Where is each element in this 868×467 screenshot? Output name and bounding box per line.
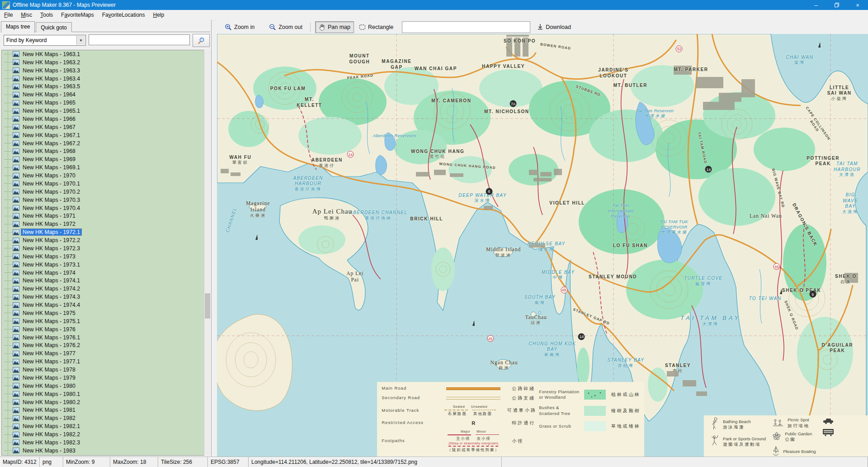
tree-item[interactable]: New HK Maps - 1966 — [2, 115, 210, 123]
rectangle-button[interactable]: Rectangle — [356, 22, 396, 32]
tree-item[interactable]: New HK Maps - 1976 — [2, 325, 210, 334]
menu-file[interactable]: File — [0, 10, 17, 19]
tree-item[interactable]: New HK Maps - 1980.1 — [2, 390, 210, 398]
tree-item-label: New HK Maps - 1970.2 — [21, 189, 81, 195]
app-icon — [2, 1, 10, 9]
map-thumbnail-icon — [13, 270, 19, 276]
tree-item[interactable]: New HK Maps - 1975 — [2, 309, 210, 317]
tree-item[interactable]: New HK Maps - 1974 — [2, 269, 210, 277]
menu-help[interactable]: Help — [149, 10, 169, 19]
legend-veg-row: Forestry Plantation or Woodland植林或山林 — [539, 389, 640, 400]
zoom-in-button[interactable]: Zoom in — [222, 22, 258, 33]
tree-connector — [5, 362, 12, 362]
tree-item[interactable]: New HK Maps - 1967.2 — [2, 139, 210, 148]
tree-item[interactable]: New HK Maps - 1970.1 — [2, 180, 210, 188]
tree-item[interactable]: New HK Maps - 1963.2 — [2, 58, 210, 67]
map-thumbnail-icon — [13, 148, 19, 154]
tree-item[interactable]: New HK Maps - 1964 — [2, 91, 210, 99]
tree-item[interactable]: New HK Maps - 1963.1 — [2, 50, 210, 58]
search-button[interactable] — [193, 34, 210, 47]
tree-item[interactable]: New HK Maps - 1963.5 — [2, 83, 210, 91]
status-bar: MapsID: 4312pngMinZoom: 9MaxZoom: 18Tile… — [0, 457, 868, 467]
tree-item-label: New HK Maps - 1973.1 — [21, 262, 81, 268]
tree-item[interactable]: New HK Maps - 1977 — [2, 349, 210, 357]
map-thumbnail-icon — [13, 286, 19, 292]
tree-item[interactable]: New HK Maps - 1976.1 — [2, 334, 210, 342]
tree-item[interactable]: New HK Maps - 1982.3 — [2, 438, 210, 447]
tau-chau-island — [531, 312, 536, 317]
tree-item[interactable]: New HK Maps - 1965.1 — [2, 107, 210, 115]
tree-item[interactable]: New HK Maps - 1980.2 — [2, 398, 210, 406]
rectangle-label: Rectangle — [368, 24, 393, 30]
menu-favoritemaps[interactable]: FavoriteMaps — [57, 10, 98, 19]
tree-item[interactable]: New HK Maps - 1980 — [2, 382, 210, 390]
tree-item-label: New HK Maps - 1972 — [21, 221, 77, 227]
tree-item[interactable]: New HK Maps - 1973 — [2, 253, 210, 261]
tree-item-label: New HK Maps - 1974.1 — [21, 277, 81, 284]
map-thumbnail-icon — [13, 253, 19, 259]
tab-quick-goto[interactable]: Quick goto — [36, 22, 71, 32]
download-button[interactable]: Download — [534, 22, 574, 32]
tree-item[interactable]: New HK Maps - 1967.1 — [2, 131, 210, 139]
tree-item[interactable]: New HK Maps - 1982 — [2, 414, 210, 422]
tree-item[interactable]: New HK Maps - 1970 — [2, 172, 210, 180]
restore-button[interactable] — [826, 0, 847, 10]
tree-item[interactable]: New HK Maps - 1970.4 — [2, 204, 210, 212]
map-thumbnail-icon — [13, 213, 19, 219]
tree-item[interactable]: New HK Maps - 1967 — [2, 123, 210, 131]
tree-item[interactable]: New HK Maps - 1972.2 — [2, 236, 210, 244]
tree-item[interactable]: New HK Maps - 1974.2 — [2, 285, 210, 293]
menu-tools[interactable]: Tools — [36, 10, 57, 19]
tree-item[interactable]: New HK Maps - 1972.3 — [2, 244, 210, 253]
tree-item-label: New HK Maps - 1972.3 — [21, 245, 81, 252]
tree-item[interactable]: New HK Maps - 1974.4 — [2, 301, 210, 309]
tree-scrollbar-thumb[interactable] — [205, 293, 210, 319]
tree-item[interactable]: New HK Maps - 1963.4 — [2, 75, 210, 83]
pan-map-button[interactable]: Pan map — [315, 21, 354, 33]
menu-favoritelocations[interactable]: FavoriteLocations — [98, 10, 149, 19]
tree-item[interactable]: New HK Maps - 1970.3 — [2, 196, 210, 204]
tree-item[interactable]: New HK Maps - 1976.2 — [2, 342, 210, 350]
map-view[interactable]: MOUNT GOUGHMAGAZINE GAPWAN CHAI GAPHAPPY… — [217, 34, 868, 457]
tree-item[interactable]: New HK Maps - 1963.3 — [2, 67, 210, 75]
tree-item[interactable]: New HK Maps - 1982.2 — [2, 430, 210, 438]
tree-scrollbar[interactable] — [204, 50, 211, 456]
tree-connector — [5, 119, 12, 119]
coordinate-input[interactable] — [402, 21, 530, 33]
zoom-out-button[interactable]: Zoom out — [266, 22, 306, 33]
tree-item[interactable]: New HK Maps - 1982.1 — [2, 422, 210, 430]
legend-row: Motorable TrackSealedUnsealed石屎路面其他路面可通車… — [382, 405, 536, 417]
tree-item[interactable]: New HK Maps - 1979 — [2, 374, 210, 382]
minimize-button[interactable]: – — [806, 0, 826, 10]
tab-maps-tree[interactable]: Maps tree — [1, 21, 35, 33]
menu-misc[interactable]: Misc — [17, 10, 36, 19]
search-input[interactable] — [89, 34, 190, 45]
tree-item[interactable]: New HK Maps - 1977.1 — [2, 357, 210, 366]
tree-item[interactable]: New HK Maps - 1969 — [2, 155, 210, 163]
tree-item[interactable]: New HK Maps - 1969.1 — [2, 163, 210, 172]
tree-item[interactable]: New HK Maps - 1981 — [2, 406, 210, 415]
close-button[interactable]: × — [847, 0, 868, 10]
tree-item[interactable]: New HK Maps - 1971 — [2, 212, 210, 220]
tree-connector — [5, 313, 12, 313]
map-thumbnail-icon — [13, 165, 19, 171]
tree-item[interactable]: New HK Maps - 1974.3 — [2, 293, 210, 301]
tree-item[interactable]: New HK Maps - 1965 — [2, 99, 210, 107]
tree-item-label: New HK Maps - 1982.1 — [21, 423, 81, 429]
legend-veg-row: Grass or Scrub草地或矮林 — [539, 421, 640, 431]
tree-item[interactable]: New HK Maps - 1972 — [2, 220, 210, 228]
find-mode-dropdown[interactable]: Find by Keyword ▼ — [4, 35, 86, 46]
tree-item[interactable]: New HK Maps - 1973.1 — [2, 261, 210, 269]
tree-item[interactable]: New HK Maps - 1974.1 — [2, 277, 210, 285]
tree-item[interactable]: New HK Maps - 1970.2 — [2, 188, 210, 196]
map-thumbnail-icon — [13, 67, 19, 73]
tree-item[interactable]: New HK Maps - 1975.1 — [2, 317, 210, 325]
tree-item[interactable]: New HK Maps - 1968 — [2, 148, 210, 156]
tree-item-label: New HK Maps - 1967.1 — [21, 132, 81, 138]
tree-connector — [5, 370, 12, 370]
tree-connector — [5, 353, 12, 354]
tree-item[interactable]: New HK Maps - 1978 — [2, 366, 210, 374]
hand-icon — [319, 24, 326, 31]
tree-item[interactable]: New HK Maps - 1983 — [2, 447, 210, 455]
tree-item[interactable]: New HK Maps - 1972.1 — [2, 228, 210, 236]
